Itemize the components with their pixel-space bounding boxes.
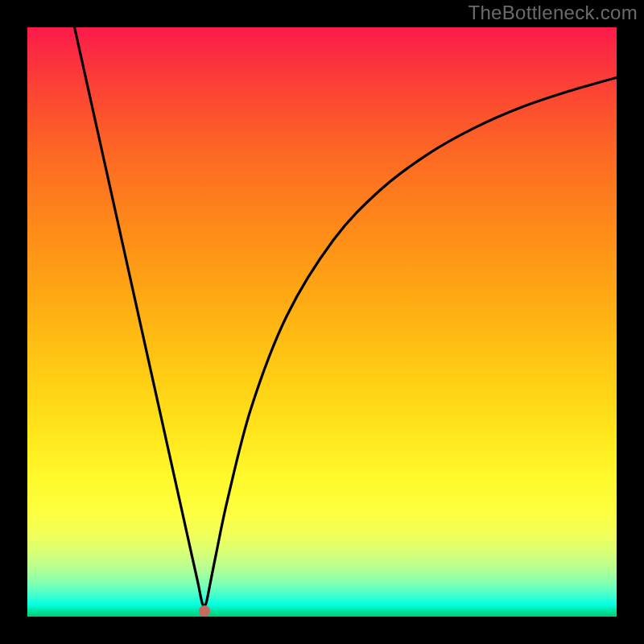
curve-svg xyxy=(27,27,617,617)
bottleneck-curve xyxy=(75,27,617,606)
watermark-text: TheBottleneck.com xyxy=(468,2,638,24)
chart-frame: TheBottleneck.com xyxy=(0,0,644,644)
optimum-marker-dot xyxy=(199,605,210,617)
plot-area xyxy=(27,27,617,617)
